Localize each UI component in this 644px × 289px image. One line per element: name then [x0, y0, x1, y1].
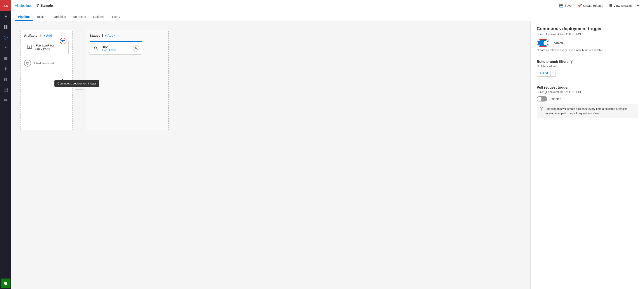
svg-rect-8: [4, 59, 8, 60]
stage-person-icon[interactable]: [133, 45, 139, 51]
svg-rect-13: [5, 100, 8, 101]
deploy-icon[interactable]: [0, 43, 11, 53]
continuous-deployment-trigger-badge[interactable]: [60, 38, 66, 44]
shield-icon[interactable]: [1, 279, 10, 288]
stage-sub[interactable]: 1 job, 1 task: [102, 49, 131, 52]
dashboard-icon[interactable]: [0, 22, 11, 32]
view-releases-icon: ☰: [609, 3, 612, 8]
svg-rect-6: [4, 57, 8, 58]
svg-rect-5: [4, 49, 8, 49]
save-button[interactable]: 💾 Save: [558, 2, 574, 8]
stages-header: Stages | + Add ▾: [90, 34, 165, 37]
add-filter-button[interactable]: + Add ▾: [537, 70, 556, 77]
artifact-name: _FabrikamFiber-ASP.NET-CI: [34, 44, 66, 51]
artifacts-section: Artifacts | + Add: [20, 30, 72, 130]
main-content: All pipelines › ⧩ Sample 💾 Save 🚀 Create…: [11, 0, 644, 289]
no-filters-label: No filters added.: [537, 65, 638, 68]
pr-info-box: i Enabling this will create a release ev…: [537, 104, 638, 118]
table-icon[interactable]: [0, 85, 11, 95]
right-panel: Continuous deployment trigger Build: _Fa…: [530, 21, 644, 289]
stage-name: Dev: [102, 45, 131, 49]
panel-title: Continuous deployment trigger: [537, 26, 638, 31]
plus-icon[interactable]: +: [0, 11, 11, 22]
artifacts-title: Artifacts: [24, 34, 37, 37]
tab-options[interactable]: Options: [90, 13, 107, 21]
svg-rect-0: [4, 25, 6, 27]
pipeline-name: Sample: [40, 4, 53, 8]
tab-retention[interactable]: Retention: [70, 13, 89, 21]
trigger-tooltip: Continuous deployment trigger: [54, 80, 99, 87]
cd-toggle-label: Enabled: [552, 41, 563, 45]
header-divider: |: [40, 34, 41, 37]
tabbar: Pipeline Tasks ▾ Variables Retention Opt…: [11, 11, 644, 21]
cd-toggle-wrapper: [537, 39, 550, 47]
pr-trigger-heading: Pull request trigger: [537, 86, 638, 89]
svg-rect-9: [4, 88, 8, 92]
pr-toggle[interactable]: [537, 96, 547, 101]
add-filter-main-btn[interactable]: + Add: [537, 70, 550, 76]
breadcrumb-chevron-icon: ›: [34, 4, 34, 7]
schedule-item[interactable]: Schedule not set: [24, 60, 68, 67]
pr-toggle-row: Disabled: [537, 96, 638, 101]
stages-title: Stages: [90, 34, 100, 37]
tasks-dropdown-icon: ▾: [45, 16, 46, 18]
panel-subtitle: Build: _FabrikamFiber-ASP.NET-CI: [537, 32, 638, 36]
more-options-button[interactable]: ···: [637, 3, 640, 8]
svg-rect-1: [6, 25, 8, 27]
tab-variables[interactable]: Variables: [50, 13, 69, 21]
svg-rect-11: [4, 100, 5, 101]
rocket-icon[interactable]: [0, 64, 11, 74]
schedule-label: Schedule not set: [33, 61, 54, 65]
stages-add-chevron-icon: ▾: [114, 34, 116, 37]
stage-card[interactable]: Dev 1 job, 1 task: [90, 41, 142, 54]
body-area: Artifacts | + Add: [11, 21, 644, 289]
topbar: All pipelines › ⧩ Sample 💾 Save 🚀 Create…: [11, 0, 644, 11]
create-release-button[interactable]: 🚀 Create release: [576, 2, 605, 8]
create-release-icon: 🚀: [578, 3, 582, 8]
avatar: AS: [0, 0, 11, 11]
tab-history[interactable]: History: [108, 13, 123, 21]
pr-trigger-subtitle: Build: _FabrikamFiber-ASP.NET-CI: [537, 90, 638, 94]
stage-info: Dev 1 job, 1 task: [102, 45, 131, 52]
add-stage-icon: +: [105, 34, 106, 37]
cd-toggle-row: Enabled: [537, 39, 638, 47]
svg-rect-12: [5, 99, 8, 99]
add-stage-button[interactable]: + Add ▾: [105, 34, 115, 37]
stages-divider: |: [102, 34, 103, 37]
pipeline-icon: ⧩: [36, 3, 39, 8]
add-filter-label: Add: [542, 71, 548, 75]
artifacts-header: Artifacts | + Add: [24, 34, 68, 37]
add-artifact-button[interactable]: + Add: [44, 34, 52, 37]
svg-rect-3: [6, 27, 8, 29]
book-icon[interactable]: [0, 74, 11, 85]
connector-line: [75, 89, 84, 90]
view-releases-button[interactable]: ☰ View releases: [608, 2, 634, 8]
tab-tasks[interactable]: Tasks ▾: [34, 13, 50, 21]
artifact-build-icon: [27, 44, 32, 51]
tasks2-icon[interactable]: [0, 95, 11, 106]
stage-card-body: Dev 1 job, 1 task: [90, 42, 142, 54]
add-filter-plus-icon: +: [540, 71, 541, 75]
all-pipelines-link[interactable]: All pipelines: [15, 4, 32, 7]
topbar-actions: 💾 Save 🚀 Create release ☰ View releases …: [558, 2, 640, 8]
stage-left-icon[interactable]: [92, 45, 100, 52]
svg-rect-10: [4, 99, 5, 100]
add-artifact-icon: +: [44, 34, 45, 37]
build-branch-filters-info-icon[interactable]: i: [570, 60, 574, 63]
build-branch-filters-heading: Build branch filters i: [537, 60, 638, 64]
pipeline-canvas: Artifacts | + Add: [16, 25, 526, 134]
svg-rect-7: [4, 58, 8, 59]
cd-toggle-description: Creates a release every time a new build…: [537, 48, 638, 52]
pr-toggle-label: Disabled: [550, 97, 561, 101]
pr-trigger-title: Pull request trigger: [537, 86, 569, 89]
tab-pipeline[interactable]: Pipeline: [15, 13, 33, 21]
stages-section: Stages | + Add ▾: [86, 30, 169, 130]
schedule-icon: [24, 60, 31, 67]
add-filter-chevron-icon[interactable]: ▾: [551, 70, 556, 76]
cd-toggle[interactable]: [538, 40, 548, 46]
pipelines-icon[interactable]: [0, 32, 11, 43]
library-icon[interactable]: [0, 53, 11, 64]
pr-info-icon: i: [540, 107, 543, 110]
svg-point-17: [136, 47, 137, 48]
sidebar: AS +: [0, 0, 11, 289]
